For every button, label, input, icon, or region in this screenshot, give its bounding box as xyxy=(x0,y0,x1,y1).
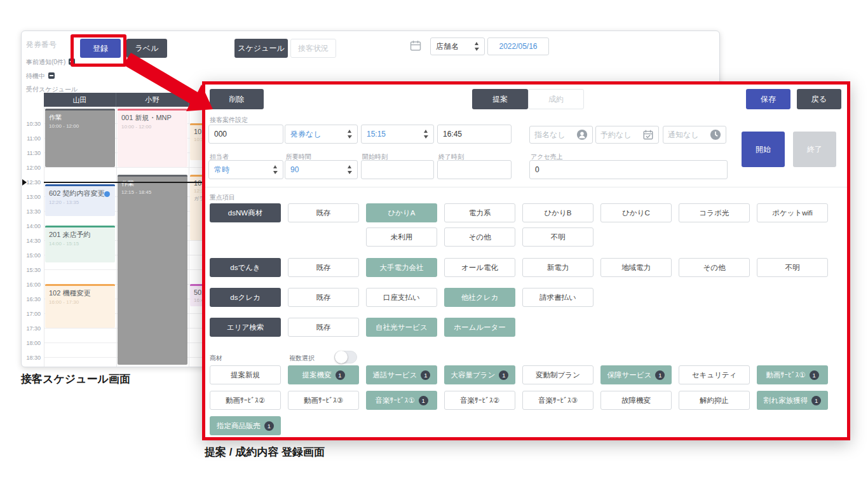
category-button[interactable]: dsNW商材 xyxy=(210,203,281,222)
delete-button[interactable]: 削除 xyxy=(210,89,264,109)
proposal-tab[interactable]: 提案 xyxy=(472,89,528,109)
option-button[interactable]: 既存 xyxy=(288,203,359,222)
product-button[interactable]: 動画ｻｰﾋﾞｽ③ xyxy=(288,391,359,410)
notice-input[interactable] xyxy=(668,130,710,139)
product-button[interactable]: セキュリティ xyxy=(679,365,750,384)
button-label: 既存 xyxy=(316,323,331,332)
category-button[interactable]: エリア検索 xyxy=(210,318,281,337)
reserve-input[interactable] xyxy=(600,130,642,139)
reserve-field[interactable] xyxy=(595,126,659,144)
schedule-event[interactable]: 作業10:00 - 12:00 xyxy=(45,109,115,167)
option-button[interactable]: ひかりC xyxy=(600,203,672,222)
button-label: 変動制プラン xyxy=(536,370,580,380)
product-button[interactable]: 動画ｻｰﾋﾞｽ①1 xyxy=(757,365,828,384)
option-button[interactable]: コラボ光 xyxy=(679,203,750,222)
button-label: 既存 xyxy=(316,293,331,302)
named-input[interactable] xyxy=(534,130,576,139)
option-button[interactable]: その他 xyxy=(679,258,750,277)
case-number-input[interactable] xyxy=(208,125,283,144)
option-button[interactable]: 既存 xyxy=(288,258,359,277)
option-button[interactable]: ひかりB xyxy=(522,203,593,222)
product-button[interactable]: 音楽ｻｰﾋﾞｽ③ xyxy=(522,391,593,410)
schedule-event[interactable]: 001 新規・MNP10:00 - 12:00 xyxy=(118,109,187,167)
case-settings-label: 接客案件設定 xyxy=(210,116,248,125)
option-button[interactable]: 口座支払い xyxy=(366,288,437,307)
focus-items-label: 重点項目 xyxy=(210,193,235,202)
button-label: 動画ｻｰﾋﾞｽ① xyxy=(766,370,805,380)
schedule-event[interactable]: 201 来店予約14:00 - 15:15 xyxy=(45,226,115,262)
button-label: 既存 xyxy=(316,263,331,273)
option-button[interactable]: 地域電力 xyxy=(600,258,672,277)
option-button[interactable]: ポケットwifi xyxy=(757,203,828,222)
current-time-marker-icon xyxy=(22,179,27,186)
event-time: 16:00 - 17:30 xyxy=(49,299,111,305)
duration-select[interactable]: 90 xyxy=(285,160,358,179)
button-label: 割れ家族獲得 xyxy=(764,396,808,405)
button-label: 提案新規 xyxy=(231,370,260,380)
product-button[interactable]: 故障機変 xyxy=(600,391,672,410)
category-button[interactable]: dsでんき xyxy=(210,258,281,277)
option-button[interactable]: 大手電力会社 xyxy=(366,258,437,277)
option-button[interactable]: 請求書払い xyxy=(522,288,593,307)
start-time-field[interactable] xyxy=(361,160,434,179)
time-label: 11:30 xyxy=(23,150,41,156)
product-button[interactable]: 保障サービス1 xyxy=(600,365,672,384)
product-button[interactable]: 割れ家族獲得1 xyxy=(757,391,828,410)
option-button[interactable]: その他 xyxy=(444,227,515,247)
schedule-event[interactable]: 102 機種変更16:00 - 17:30 xyxy=(45,284,115,328)
registration-screen: 削除 提案 成約 保存 戻る 接客案件設定 発券なし 15:15 xyxy=(202,81,850,440)
begin-button[interactable]: 開始 xyxy=(742,132,785,167)
schedule-event[interactable]: 作業12:15 - 18:45 xyxy=(118,175,187,365)
button-label: ひかりC xyxy=(622,208,650,218)
staff-select[interactable]: 常時 xyxy=(208,160,283,179)
product-button[interactable]: 通話サービス1 xyxy=(366,365,437,384)
option-button[interactable]: 既存 xyxy=(288,318,359,337)
option-button[interactable]: ひかりA xyxy=(366,203,437,222)
notice-field[interactable] xyxy=(663,126,726,144)
option-button[interactable]: 既存 xyxy=(288,288,359,307)
product-button[interactable]: 提案新規 xyxy=(210,365,281,384)
button-label: オール電化 xyxy=(461,263,498,273)
time-label: 13:00 xyxy=(23,194,41,200)
product-button[interactable]: 変動制プラン xyxy=(522,365,593,384)
option-button[interactable]: オール電化 xyxy=(444,258,515,277)
contract-tab[interactable]: 成約 xyxy=(528,89,584,109)
end-time-input[interactable] xyxy=(437,125,512,144)
end-time-field[interactable] xyxy=(437,160,512,179)
back-button[interactable]: 戻る xyxy=(797,89,841,109)
button-label: 故障機変 xyxy=(621,396,651,405)
finish-button[interactable]: 終了 xyxy=(793,132,836,167)
product-button[interactable]: 提案機変1 xyxy=(288,365,359,384)
option-button[interactable]: 電力系 xyxy=(444,203,515,222)
button-label: 指定商品販売 xyxy=(217,421,261,431)
chevron-updown-icon xyxy=(273,165,278,174)
product-button[interactable]: 音楽ｻｰﾋﾞｽ② xyxy=(444,391,515,410)
product-button[interactable]: 動画ｻｰﾋﾞｽ② xyxy=(210,391,281,410)
option-button[interactable]: ホームルーター xyxy=(444,318,515,337)
option-button[interactable]: 未利用 xyxy=(366,227,437,247)
button-label: ホームルーター xyxy=(454,323,506,332)
accessory-sales-input[interactable] xyxy=(529,160,728,179)
toggle-knob xyxy=(335,351,348,363)
save-button[interactable]: 保存 xyxy=(746,89,790,109)
option-button[interactable]: 不明 xyxy=(757,258,828,277)
column-line xyxy=(44,107,44,367)
start-time-select[interactable]: 15:15 xyxy=(361,125,434,144)
option-button[interactable]: 自社光サービス xyxy=(366,318,437,337)
option-button[interactable]: 不明 xyxy=(522,227,593,247)
option-button[interactable]: 他社クレカ xyxy=(444,288,515,307)
option-button[interactable]: 新電力 xyxy=(522,258,593,277)
product-button[interactable]: 解約抑止 xyxy=(679,391,750,410)
schedule-event[interactable]: 602 契約内容変更12:20 - 13:35 xyxy=(45,184,115,216)
product-button[interactable]: 音楽ｻｰﾋﾞｽ①1 xyxy=(366,391,437,410)
product-button[interactable]: 大容量プラン1 xyxy=(444,365,515,384)
time-label: 17:30 xyxy=(23,325,41,332)
ticket-select[interactable]: 発券なし xyxy=(285,125,358,144)
button-label: 他社クレカ xyxy=(461,293,498,302)
named-field[interactable] xyxy=(529,126,593,144)
multi-select-toggle[interactable] xyxy=(334,351,357,363)
category-button[interactable]: dsクレカ xyxy=(210,288,281,307)
time-label: 15:00 xyxy=(23,252,41,259)
product-button[interactable]: 指定商品販売1 xyxy=(210,416,281,435)
time-label: 13:30 xyxy=(23,208,41,215)
